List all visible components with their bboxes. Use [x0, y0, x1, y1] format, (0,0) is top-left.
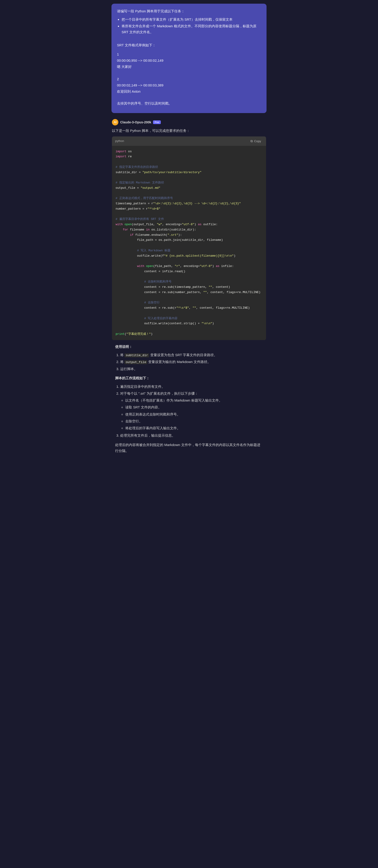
- usage-steps-list: 将 subtitle_dir 变量设置为包含 SRT 字幕文件的目录路径。 将 …: [120, 352, 263, 372]
- workflow-substep-2: 读取 SRT 文件的内容。: [125, 404, 263, 410]
- workflow-substeps: 以文件名（不包括扩展名）作为 Markdown 标题写入输出文件。 读取 SRT…: [125, 397, 263, 431]
- user-intro: 请编写一段 Python 脚本用于完成以下任务：: [117, 8, 261, 14]
- srt-line-4: 2: [117, 76, 261, 82]
- user-message: 请编写一段 Python 脚本用于完成以下任务： 把一个目录中的所有字幕文件（扩…: [112, 4, 266, 113]
- user-task-1: 把一个目录中的所有字幕文件（扩展名为 SRT）去掉时间戳，仅保留文本: [122, 17, 261, 23]
- user-task-2: 将所有文件合并成一个 Markdown 格式的文件。不同部分的内容使用标题分隔，…: [122, 23, 261, 35]
- ai-intro-text: 以下是一段 Python 脚本，可以完成您要求的任务：: [112, 128, 266, 134]
- workflow-step-3: 处理完所有文件后，输出提示信息。: [120, 433, 263, 438]
- workflow-steps-list: 遍历指定目录中的所有文件。 对于每个以 ".srt" 为扩展名的文件，执行以下步…: [120, 384, 263, 439]
- ai-response: 以下是一段 Python 脚本，可以完成您要求的任务： python ⧉ Cop…: [109, 128, 269, 460]
- code-block: import os import re # 指定字幕文件所在的目录路径 subt…: [112, 146, 266, 340]
- user-task-list: 把一个目录中的所有字幕文件（扩展名为 SRT）去掉时间戳，仅保留文本 将所有文件…: [122, 17, 261, 35]
- usage-step-1: 将 subtitle_dir 变量设置为包含 SRT 字幕文件的目录路径。: [120, 352, 263, 358]
- workflow-substep-5: 将处理后的字幕内容写入输出文件。: [125, 425, 263, 431]
- workflow-step-1: 遍历指定目录中的所有文件。: [120, 384, 263, 390]
- user-outro: 去掉其中的序号、空行以及时间戳。: [117, 100, 261, 106]
- srt-line-2: 00:00:00,950 --> 00:00:02,149: [117, 57, 261, 64]
- final-note: 处理后的内容将被合并到指定的 Markdown 文件中，每个字幕文件的内容以其文…: [115, 442, 263, 454]
- code-block-header: python ⧉ Copy: [112, 136, 266, 146]
- copy-button[interactable]: ⧉ Copy: [249, 138, 263, 144]
- srt-line-1: 1: [117, 51, 261, 57]
- usage-step-3: 运行脚本。: [120, 366, 263, 372]
- workflow-step-2: 对于每个以 ".srt" 为扩展名的文件，执行以下步骤： 以文件名（不包括扩展名…: [120, 391, 263, 431]
- workflow-title: 脚本的工作流程如下：: [115, 375, 263, 381]
- workflow-substep-3: 使用正则表达式去除时间戳和序号。: [125, 411, 263, 417]
- copy-label: Copy: [254, 140, 261, 143]
- code-lang-label: python: [115, 138, 124, 144]
- workflow-substep-4: 去除空行。: [125, 418, 263, 424]
- copy-icon: ⧉: [250, 139, 253, 143]
- avatar: AI: [112, 119, 118, 125]
- workflow-substep-1: 以文件名（不包括扩展名）作为 Markdown 标题写入输出文件。: [125, 397, 263, 403]
- poe-badge: Poe: [153, 120, 161, 124]
- code-block-container: python ⧉ Copy import os import re # 指定字幕…: [112, 136, 266, 340]
- srt-line-6: 欢迎回到 Axton: [117, 88, 261, 94]
- srt-line-5: 00:00:02,149 --> 00:00:03,389: [117, 82, 261, 88]
- usage-section: 使用说明： 将 subtitle_dir 变量设置为包含 SRT 字幕文件的目录…: [112, 344, 266, 454]
- usage-title: 使用说明：: [115, 344, 263, 350]
- srt-label: SRT 文件格式举例如下：: [117, 42, 261, 48]
- usage-step-2: 将 output_file 变量设置为输出的 Markdown 文件路径。: [120, 359, 263, 365]
- srt-line-3: 嗯 大家好: [117, 64, 261, 70]
- model-name: Claude-3-Opus-200k: [120, 120, 151, 124]
- srt-example: 1 00:00:00,950 --> 00:00:02,149 嗯 大家好 2 …: [117, 51, 261, 94]
- ai-header: AI Claude-3-Opus-200k Poe: [109, 117, 269, 128]
